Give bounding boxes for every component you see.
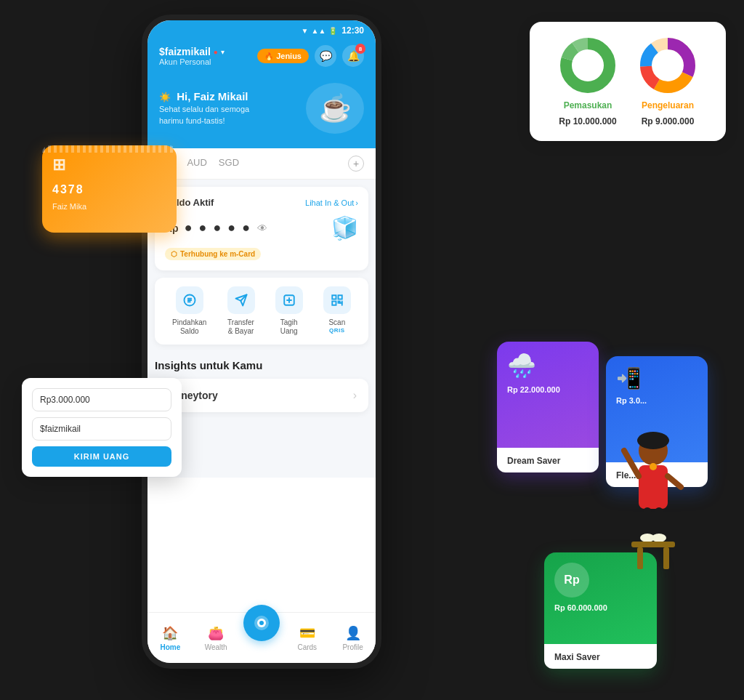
tab-sgd[interactable]: SGD [219, 157, 239, 171]
greeting-hi: Hi, Faiz Mikail [159, 90, 249, 102]
svg-line-30 [668, 476, 681, 487]
insights-section: Insights untuk Kamu Moneytory › [147, 352, 376, 419]
nav-home[interactable]: 🏠 Home [147, 613, 193, 663]
account-type-label: Akun Personal [159, 57, 225, 66]
jenius-center-button[interactable] [243, 605, 280, 641]
svg-rect-6 [332, 295, 336, 299]
scan-qris-button[interactable]: Scan QRIS [323, 286, 351, 336]
svg-point-34 [652, 534, 666, 542]
cards-icon: 💳 [299, 625, 315, 641]
jenius-button[interactable]: Jenius [257, 49, 309, 63]
bottom-nav: 🏠 Home 👛 Wealth 💳 Cards 👤 Profile [147, 612, 376, 663]
maxi-saver-label-box: Maxi Saver [544, 644, 657, 669]
scan-label-wrap: Scan QRIS [328, 318, 345, 334]
card-logo: ⊞ [52, 156, 166, 174]
nav-wealth-label: Wealth [205, 643, 227, 651]
balance-card: Saldo Aktif Lihat In & Out › Rp ● ● ● ● … [155, 187, 368, 270]
orange-debit-card: ⊞ 4378 Faiz Mika [42, 145, 177, 233]
add-currency-button[interactable]: + [348, 156, 364, 172]
flex-saver-amount: Rp 3.0... [616, 396, 698, 405]
kirim-uang-button[interactable]: KIRIM UANG [32, 446, 171, 467]
phone-frame: ▼ ▲▲ 🔋 12:30 $faizmikail ● ▾ Akun Person… [142, 15, 381, 669]
pengeluaran-amount: Rp 9.000.000 [642, 116, 695, 126]
svg-point-35 [650, 463, 657, 470]
svg-rect-8 [332, 302, 336, 305]
moneytory-card[interactable]: Moneytory › [155, 379, 368, 412]
dream-saver-amount: Rp 22.000.000 [507, 385, 589, 394]
pemasukan-chart: Pemasukan Rp 10.000.000 [559, 36, 617, 126]
flex-icon: 📲 [616, 366, 698, 390]
svg-rect-31 [643, 507, 652, 536]
status-bar: ▼ ▲▲ 🔋 12:30 [147, 20, 376, 41]
status-time: 12:30 [341, 25, 364, 36]
nav-cards-label: Cards [297, 643, 317, 651]
signal-icon: ▼ [302, 27, 309, 35]
pemasukan-label: Pemasukan [564, 100, 612, 110]
nav-cards[interactable]: 💳 Cards [284, 613, 330, 663]
svg-point-19 [576, 54, 599, 77]
request-icon [275, 286, 303, 314]
svg-rect-28 [639, 465, 668, 509]
iceberg-illustration: 🧊 [331, 215, 358, 241]
lihat-in-out-button[interactable]: Lihat In & Out › [305, 198, 358, 207]
pemasukan-donut [559, 36, 617, 94]
username-row: $faizmikail ● ▾ [159, 46, 225, 57]
profile-icon: 👤 [345, 625, 361, 641]
tagih-uang-button[interactable]: TagihUang [275, 286, 303, 336]
greeting-text: Hi, Faiz Mikail Sehat selalu dan semogah… [159, 90, 249, 126]
pindahkan-label: PindahkanSaldo [172, 318, 206, 336]
show-balance-button[interactable]: 👁 [257, 222, 267, 234]
recipient-field[interactable]: $faizmikail [32, 417, 171, 440]
maxi-saver-amount: Rp 60.000.000 [554, 603, 647, 612]
nav-profile-label: Profile [342, 643, 363, 651]
pengeluaran-label: Pengeluaran [642, 100, 694, 110]
character-illustration [617, 429, 690, 574]
header-actions: Jenius 💬 🔔 8 [257, 45, 364, 67]
maxi-saver-label: Maxi Saver [554, 652, 600, 662]
phone-content: IDR AUD SGD + Saldo Aktif Lihat In & Out… [147, 148, 376, 478]
balance-header: Saldo Aktif Lihat In & Out › [165, 197, 358, 208]
scan-label: Scan [328, 318, 345, 327]
balance-hidden: ● ● ● ● ● [185, 220, 251, 236]
svg-line-29 [624, 451, 639, 476]
nav-profile[interactable]: 👤 Profile [330, 613, 376, 663]
username-label: $faizmikail [159, 46, 211, 57]
currency-tabs[interactable]: IDR AUD SGD + [147, 148, 376, 180]
battery-icon: 🔋 [328, 27, 337, 35]
verified-dot: ● [214, 48, 218, 56]
tagih-label: TagihUang [280, 318, 298, 336]
insights-title: Insights untuk Kamu [155, 359, 368, 371]
svg-rect-7 [338, 295, 341, 299]
status-icons: ▼ ▲▲ 🔋 [302, 27, 338, 35]
nav-wealth[interactable]: 👛 Wealth [193, 613, 239, 663]
amount-field[interactable]: Rp3.000.000 [32, 388, 171, 411]
notification-button[interactable]: 🔔 8 [342, 45, 364, 67]
home-icon: 🏠 [162, 625, 178, 641]
dream-saver-label: Dream Saver [507, 456, 560, 466]
chat-icon: 💬 [320, 50, 332, 62]
pindahkan-saldo-button[interactable]: PindahkanSaldo [172, 286, 206, 336]
svg-point-27 [637, 432, 669, 449]
pengeluaran-donut [639, 36, 697, 94]
transfer-icon [176, 286, 203, 314]
greeting-sub: Sehat selalu dan semogaharimu fund-tasti… [159, 104, 249, 126]
balance-row: Rp ● ● ● ● ● 👁 🧊 [165, 215, 358, 241]
transfer-popup: Rp3.000.000 $faizmikail KIRIM UANG [22, 378, 182, 477]
dream-saver-card[interactable]: 🌧️ Rp 22.000.000 Dream Saver [497, 342, 599, 472]
transfer-bayar-button[interactable]: Transfer& Bayar [227, 286, 255, 336]
qris-label: QRIS [329, 328, 345, 334]
chat-button[interactable]: 💬 [315, 45, 336, 67]
greeting-banner: Hi, Faiz Mikail Sehat selalu dan semogah… [147, 77, 376, 148]
tab-aud[interactable]: AUD [187, 157, 206, 171]
coffee-cup-illustration: ☕ [306, 83, 364, 134]
account-dropdown-icon[interactable]: ▾ [221, 48, 225, 56]
svg-rect-38 [663, 547, 669, 569]
chart-row: Pemasukan Rp 10.000.000 Pengeluaran Rp 9… [544, 36, 711, 126]
transfer-label: Transfer& Bayar [227, 318, 254, 336]
nav-center[interactable] [239, 613, 285, 663]
qr-icon [323, 286, 351, 314]
sun-icon [159, 90, 174, 102]
wealth-chart-card: Pemasukan Rp 10.000.000 Pengeluaran Rp 9… [530, 22, 726, 141]
cloud-icon: 🌧️ [507, 352, 589, 379]
svg-point-14 [259, 621, 264, 625]
